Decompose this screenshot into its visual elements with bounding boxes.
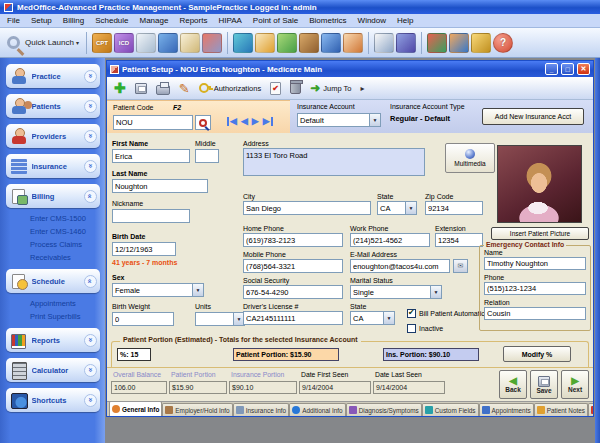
certification-icon[interactable] xyxy=(180,33,200,53)
sidebar-item-process-claims[interactable]: Process Claims xyxy=(30,240,105,249)
menu-billing[interactable]: Billing xyxy=(63,16,84,25)
menu-biometrics[interactable]: Biometrics xyxy=(309,16,346,25)
authorizations-button[interactable]: Authorizations xyxy=(196,79,265,98)
insurance-account-select[interactable]: Default▼ xyxy=(297,113,381,127)
chevron-down-icon[interactable]: » xyxy=(84,394,97,407)
cpt-codes-icon[interactable]: CPT xyxy=(92,33,112,53)
sidebar-item-reports[interactable]: Reports » xyxy=(6,328,100,352)
birth-date-input[interactable] xyxy=(112,242,176,256)
cash-drawer-icon[interactable] xyxy=(299,33,319,53)
emergency-relation-input[interactable] xyxy=(484,307,586,320)
jump-to-button[interactable]: ➜ Jump To xyxy=(307,79,354,98)
nickname-input[interactable] xyxy=(112,209,190,223)
middle-input[interactable] xyxy=(195,149,219,163)
marital-status-select[interactable]: Single▼ xyxy=(350,285,442,299)
menu-point-of-sale[interactable]: Point of Sale xyxy=(253,16,298,25)
chevron-down-icon[interactable]: » xyxy=(84,334,97,347)
minimize-button[interactable]: _ xyxy=(545,63,558,75)
reports-icon[interactable] xyxy=(427,33,447,53)
staff-icon[interactable] xyxy=(343,33,363,53)
help-icon[interactable]: ? xyxy=(493,33,513,53)
menu-manage[interactable]: Manage xyxy=(140,16,169,25)
drivers-license-input[interactable] xyxy=(243,311,343,325)
tab-additional-info[interactable]: Additional Info xyxy=(289,403,346,416)
extension-input[interactable] xyxy=(435,233,483,247)
window-titlebar[interactable]: Patient Setup - NOU Erica Noughton - Med… xyxy=(107,61,593,77)
quick-launch-label[interactable]: Quick Launch xyxy=(25,38,74,47)
save-button-bottom[interactable]: Save xyxy=(530,370,558,399)
sidebar-item-appointments[interactable]: Appointments xyxy=(30,299,105,308)
menu-help[interactable]: Help xyxy=(397,16,413,25)
mobile-phone-input[interactable] xyxy=(243,259,343,273)
print-button[interactable] xyxy=(153,79,173,98)
close-button[interactable]: ✕ xyxy=(577,63,590,75)
edit-button[interactable]: ✎ xyxy=(176,79,193,98)
insert-patient-picture-button[interactable]: Insert Patient Picture xyxy=(491,227,589,240)
menu-schedule[interactable]: Schedule xyxy=(95,16,128,25)
emergency-phone-input[interactable] xyxy=(484,282,586,295)
chevron-up-icon[interactable]: » xyxy=(84,275,97,288)
license-state-select[interactable]: CA▼ xyxy=(350,311,395,325)
tab-diagnosis-symptoms[interactable]: Diagnosis/Symptoms xyxy=(346,403,422,416)
tab-appointments[interactable]: Appointments xyxy=(479,403,534,416)
emergency-name-input[interactable] xyxy=(484,257,586,270)
sidebar-item-print-superbills[interactable]: Print Superbills xyxy=(30,312,105,321)
calendar-icon[interactable] xyxy=(396,33,416,53)
delete-button[interactable] xyxy=(287,79,304,98)
quick-launch-dropdown-icon[interactable]: ▾ xyxy=(76,39,79,46)
chevron-down-icon[interactable]: » xyxy=(84,160,97,173)
birth-weight-input[interactable] xyxy=(112,312,174,326)
sidebar-item-enter-cms-1500[interactable]: Enter CMS-1500 xyxy=(30,214,105,223)
first-name-input[interactable] xyxy=(112,149,190,163)
icd-codes-icon[interactable]: ICD xyxy=(114,33,134,53)
chevron-down-icon[interactable]: » xyxy=(84,364,97,377)
expand-icon[interactable]: ▸ xyxy=(357,79,367,98)
sidebar-item-receivables[interactable]: Receivables xyxy=(30,253,105,262)
menu-setup[interactable]: Setup xyxy=(31,16,52,25)
city-input[interactable] xyxy=(243,201,371,215)
save-button[interactable] xyxy=(132,79,150,98)
zip-code-input[interactable] xyxy=(425,201,483,215)
scheduler-icon[interactable] xyxy=(374,33,394,53)
menu-reports[interactable]: Reports xyxy=(179,16,207,25)
sidebar-item-calculator[interactable]: Calculator » xyxy=(6,358,100,382)
eligibility-button[interactable]: ✔ xyxy=(267,79,284,98)
workstation-icon[interactable] xyxy=(321,33,341,53)
previous-record-button[interactable]: ◀ xyxy=(241,117,248,126)
chevron-down-icon[interactable]: » xyxy=(84,70,97,83)
sex-select[interactable]: Female▼ xyxy=(112,283,204,297)
email-input[interactable] xyxy=(350,259,450,273)
sidebar-item-billing[interactable]: Billing » xyxy=(6,184,100,208)
chevron-up-icon[interactable]: » xyxy=(84,190,97,203)
address-input[interactable]: 1133 El Toro Road xyxy=(243,148,425,176)
sidebar-item-practice[interactable]: Practice » xyxy=(6,64,100,88)
last-record-button[interactable]: ▶ xyxy=(263,117,273,126)
transfer-icon[interactable] xyxy=(233,33,253,53)
menu-file[interactable]: File xyxy=(7,16,20,25)
facility-icon[interactable] xyxy=(202,33,222,53)
tab-insurance-info[interactable]: Insurance Info xyxy=(233,403,290,416)
add-new-insurance-button[interactable]: Add New Insurance Acct xyxy=(482,108,584,125)
back-button[interactable]: ◀ Back xyxy=(499,370,527,399)
chevron-down-icon[interactable]: » xyxy=(84,130,97,143)
sidebar-item-patients[interactable]: Patients » xyxy=(6,94,100,118)
lab-icon[interactable] xyxy=(158,33,178,53)
chevron-down-icon[interactable]: » xyxy=(84,100,97,113)
send-email-button[interactable]: ✉ xyxy=(453,259,468,273)
ledger-icon[interactable] xyxy=(277,33,297,53)
search-icon[interactable] xyxy=(7,36,20,49)
sidebar-item-shortcuts[interactable]: Shortcuts » xyxy=(6,388,100,412)
security-lock-icon[interactable] xyxy=(471,33,491,53)
maximize-button[interactable]: □ xyxy=(561,63,574,75)
tab-misc[interactable]: Misc xyxy=(588,403,593,416)
next-button[interactable]: ▶ Next xyxy=(561,370,589,399)
payment-icon[interactable] xyxy=(255,33,275,53)
state-select[interactable]: CA▼ xyxy=(377,201,417,215)
tab-general-info[interactable]: General Info xyxy=(109,401,162,416)
next-record-button[interactable]: ▶ xyxy=(252,117,259,126)
patient-card-icon[interactable] xyxy=(136,33,156,53)
first-record-button[interactable]: ◀ xyxy=(227,117,237,126)
inactive-checkbox[interactable]: Inactive xyxy=(407,324,443,333)
last-name-input[interactable] xyxy=(112,179,208,193)
tab-patient-notes[interactable]: Patient Notes xyxy=(534,403,588,416)
